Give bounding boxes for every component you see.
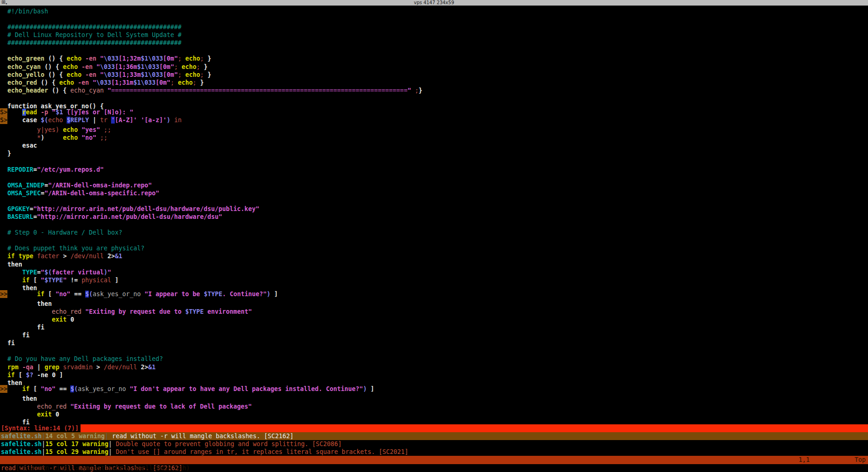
code-line: OMSA_SPEC="/ARIN-dell-omsa-specific.repo… [0, 187, 868, 195]
code-line: >> if [ "no" == $(ask_yes_or_no "I don't… [0, 385, 868, 393]
sign-column [0, 329, 7, 337]
code-line: S> read -p "$1 ([y]es or [N]o): " [0, 108, 868, 116]
code-line [0, 13, 868, 21]
sign-column [0, 267, 7, 274]
syntastic-sign: >> [0, 385, 7, 393]
sign-column [0, 100, 7, 108]
code-line: echo_cyan () { echo -en "\033[1;36m$1\03… [0, 61, 868, 69]
code-line: # Do you have any Dell packages installe… [0, 353, 868, 361]
code-line [0, 155, 868, 163]
syntastic-sign: S> [0, 116, 7, 124]
code-line: then [0, 377, 868, 385]
code-line: fi [0, 329, 868, 337]
sign-column [0, 345, 7, 353]
sign-column [0, 93, 7, 100]
sign-column [0, 180, 7, 187]
sign-column [0, 259, 7, 267]
sign-column [0, 369, 7, 377]
sign-column [0, 314, 7, 322]
location-list-item[interactable]: safelite.sh|14 col 5 warning| read witho… [0, 432, 868, 440]
sign-column [0, 337, 7, 345]
code-line: if [ "$TYPE" != physical ] [0, 274, 868, 282]
sign-column [0, 250, 7, 258]
code-line: TYPE="$(facter virtual)" [0, 267, 868, 274]
code-line: # Does puppet think you are physical? [0, 242, 868, 250]
cursor-position: 1,1 [799, 456, 810, 464]
code-line: y|yes) echo "yes" ;; [0, 124, 868, 132]
code-line: echo_header () { echo_cyan "============… [0, 85, 868, 93]
sign-column [0, 235, 7, 242]
code-line: # Step 0 - Hardware / Dell box? [0, 227, 868, 235]
code-line: then [0, 393, 868, 401]
sign-column [0, 211, 7, 219]
sign-column [0, 322, 7, 329]
sign-column [0, 416, 7, 424]
sign-column [0, 401, 7, 409]
sign-column [0, 306, 7, 314]
code-line: # Dell Linux Repository to Dell System U… [0, 29, 868, 37]
code-line: *) echo "no" ;; [0, 132, 868, 140]
sign-column [0, 377, 7, 385]
sign-column [0, 242, 7, 250]
location-list-item[interactable]: safelite.sh|15 col 29 warning| Don't use… [0, 448, 868, 456]
sign-column [0, 282, 7, 290]
code-line: echo_red () { echo -en "\033[1;31m$1\033… [0, 77, 868, 85]
location-list-title: [Location List] :SyntasticCheck shellche… [16, 465, 190, 472]
syntastic-sign: >> [0, 290, 7, 298]
code-line: OMSA_INDEP="/ARIN-dell-omsa-indep.repo" [0, 180, 868, 187]
terminal-titlebar: ⊞▾ vps 4147 234x59 [0, 0, 868, 6]
location-list-statusline: [Location List] :SyntasticCheck shellche… [0, 456, 868, 464]
sign-column [0, 69, 7, 77]
sign-column [0, 132, 7, 140]
location-list-item[interactable]: safelite.sh|15 col 17 warning| Double qu… [0, 440, 868, 448]
code-line: function ask_yes_or_no() { [0, 100, 868, 108]
sign-column [0, 274, 7, 282]
sign-column [0, 219, 7, 227]
code-line: then [0, 259, 868, 267]
sign-column [0, 155, 7, 163]
code-line: echo_green () { echo -en "\033[1;32m$1\0… [0, 53, 868, 61]
code-line: then [0, 282, 868, 290]
code-line [0, 345, 868, 353]
main-statusline: [Syntax: line:14 (7)] [0, 424, 868, 432]
sign-column [0, 37, 7, 45]
sign-column [0, 353, 7, 361]
code-line: >> if [ "no" == $(ask_yes_or_no "I appea… [0, 290, 868, 298]
syntastic-sign: S> [0, 108, 7, 116]
code-line: echo_red "Exiting by request due to $TYP… [0, 306, 868, 314]
code-line: } [0, 148, 868, 155]
sign-column [0, 53, 7, 61]
code-area: #!/bin/bash#############################… [0, 6, 868, 424]
sign-column [0, 77, 7, 85]
sign-column [0, 164, 7, 172]
sign-column [0, 187, 7, 195]
sign-column [0, 13, 7, 21]
code-line: fi [0, 322, 868, 329]
code-line: BASEURL="http://mirror.arin.net/pub/dell… [0, 211, 868, 219]
sign-column [0, 124, 7, 132]
sign-column [0, 393, 7, 401]
code-line: then [0, 298, 868, 306]
sign-column [0, 203, 7, 211]
code-line [0, 172, 868, 180]
code-line: ########################################… [0, 37, 868, 45]
code-line: fi [0, 416, 868, 424]
code-line: GPGKEY="http://mirror.arin.net/pub/dell-… [0, 203, 868, 211]
code-line [0, 235, 868, 242]
sign-column [0, 361, 7, 369]
window-title: vps 4147 234x59 [0, 0, 868, 6]
sign-column [0, 85, 7, 93]
sign-column [0, 195, 7, 203]
sign-column [0, 172, 7, 180]
sign-column [0, 21, 7, 29]
vim-editor[interactable]: #!/bin/bash#############################… [0, 6, 868, 472]
sign-column [0, 227, 7, 235]
sign-column [0, 298, 7, 306]
code-line: echo_red "Exiting by request due to lack… [0, 401, 868, 409]
code-line: rpm -qa | grep srvadmin > /dev/null 2>&1 [0, 361, 868, 369]
code-line: #!/bin/bash [0, 6, 868, 13]
code-line: S> case $(echo $REPLY | tr '[A-Z]' '[a-z… [0, 116, 868, 124]
code-line: fi [0, 337, 868, 345]
sign-column [0, 29, 7, 37]
sign-column [0, 45, 7, 53]
